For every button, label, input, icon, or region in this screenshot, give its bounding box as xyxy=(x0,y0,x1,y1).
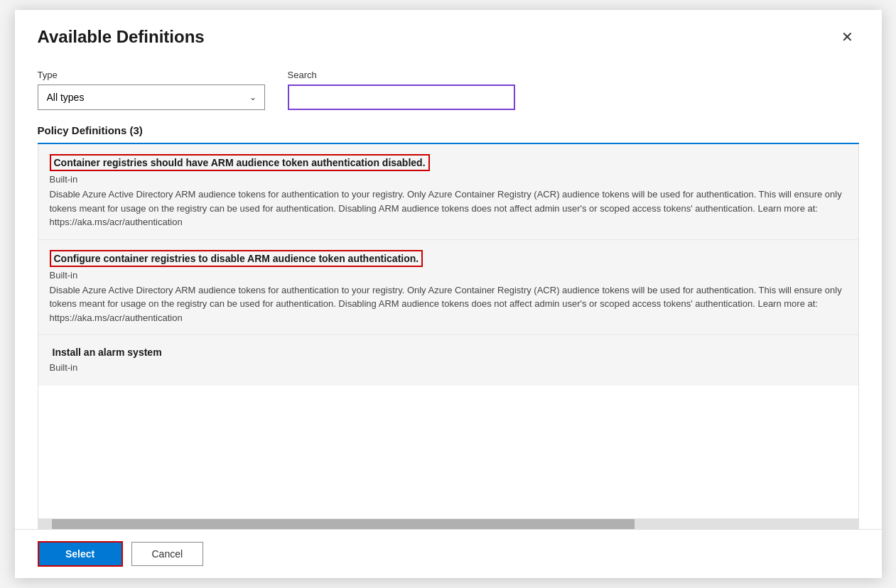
section-title: Policy Definitions (3) xyxy=(38,124,143,136)
list-item[interactable]: Container registries should have ARM aud… xyxy=(38,144,858,240)
item-type-2: Built-in xyxy=(50,270,847,281)
scrollbar-thumb-h xyxy=(52,519,635,529)
type-select-wrapper[interactable]: All types Built-in Custom ⌄ xyxy=(38,85,265,110)
item-type-1: Built-in xyxy=(50,174,847,185)
list-scroll-area: Container registries should have ARM aud… xyxy=(38,144,859,529)
section-count: (3) xyxy=(130,124,143,136)
item-desc-2: Disable Azure Active Directory ARM audie… xyxy=(50,283,847,325)
cancel-button[interactable]: Cancel xyxy=(131,542,204,566)
policy-list[interactable]: Container registries should have ARM aud… xyxy=(38,144,859,519)
section-header: Policy Definitions (3) xyxy=(38,124,859,144)
item-title-1: Container registries should have ARM aud… xyxy=(50,154,430,171)
search-filter-group: Search xyxy=(288,70,515,110)
list-item[interactable]: Configure container registries to disabl… xyxy=(38,240,858,336)
dialog-title: Available Definitions xyxy=(38,27,205,47)
list-item[interactable]: Install an alarm system Built-in xyxy=(38,335,858,386)
type-label: Type xyxy=(38,70,265,80)
filters-row: Type All types Built-in Custom ⌄ Search xyxy=(38,70,859,110)
search-input[interactable] xyxy=(288,85,515,110)
available-definitions-dialog: Available Definitions ✕ Type All types B… xyxy=(15,10,882,578)
item-title-2: Configure container registries to disabl… xyxy=(50,250,423,267)
type-select[interactable]: All types Built-in Custom xyxy=(38,85,265,110)
item-title-3: Install an alarm system xyxy=(50,345,165,359)
dialog-body: Type All types Built-in Custom ⌄ Search … xyxy=(15,58,882,529)
item-desc-1: Disable Azure Active Directory ARM audie… xyxy=(50,187,847,229)
type-filter-group: Type All types Built-in Custom ⌄ xyxy=(38,70,265,110)
search-label: Search xyxy=(288,70,515,80)
dialog-footer: Select Cancel xyxy=(15,529,882,578)
select-button[interactable]: Select xyxy=(38,541,123,567)
item-type-3: Built-in xyxy=(50,362,847,373)
section-title-text: Policy Definitions xyxy=(38,124,127,136)
dialog-header: Available Definitions ✕ xyxy=(15,10,882,58)
horizontal-scrollbar[interactable] xyxy=(38,519,859,529)
close-button[interactable]: ✕ xyxy=(836,27,859,47)
